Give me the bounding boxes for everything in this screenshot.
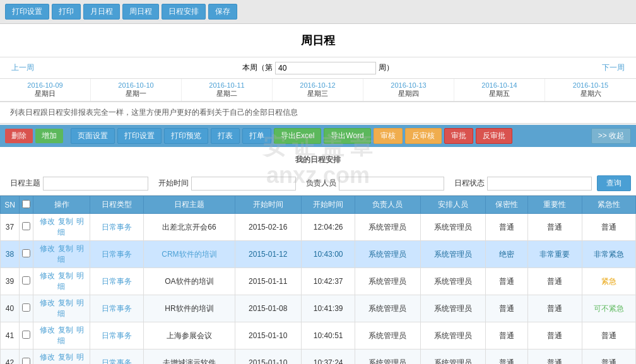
week-day-6-date[interactable]: 2016-10-15 — [546, 81, 635, 89]
op-复制[interactable]: 复制 — [58, 326, 73, 334]
week-day-3: 2016-10-12 星期三 — [273, 79, 363, 101]
row-checkbox[interactable] — [22, 331, 30, 339]
week-day-1-date[interactable]: 2016-10-10 — [92, 81, 180, 89]
add-btn[interactable]: 增加 — [35, 129, 63, 143]
collapse-btn[interactable]: >> 收起 — [591, 128, 631, 144]
toolbar-print[interactable]: 打印 — [52, 4, 81, 20]
row-checkbox[interactable] — [22, 303, 30, 312]
print-preview-btn[interactable]: 打印预览 — [164, 128, 208, 144]
th-responsible: 负责人员 — [355, 196, 420, 214]
toolbar-schedule-arrange[interactable]: 日程安排 — [162, 4, 206, 20]
topic-link[interactable]: CRM软件的培训 — [162, 250, 216, 259]
week-day-0: 2016-10-09 星期日 — [0, 79, 91, 101]
td-checkbox[interactable] — [20, 241, 33, 268]
schedule-table: SN 操作 日程类型 日程主题 开始时间 开始时间 负责人员 安排人员 保密性 … — [0, 196, 636, 364]
week-day-5-date[interactable]: 2016-10-14 — [456, 81, 543, 89]
op-复制[interactable]: 复制 — [58, 298, 73, 307]
left-action-buttons: 删除 增加 — [5, 129, 63, 143]
toolbar-month-schedule[interactable]: 月日程 — [83, 4, 120, 20]
td-sn: 39 — [1, 268, 20, 295]
op-复制[interactable]: 复制 — [58, 353, 73, 361]
week-day-2-weekday: 星期二 — [183, 89, 271, 98]
td-confidential: 普通 — [485, 349, 527, 365]
toolbar-print-setting[interactable]: 打印设置 — [5, 4, 49, 20]
op-修改[interactable]: 修改 — [40, 298, 55, 307]
td-ops: 修改 复制 明细 — [33, 295, 90, 322]
approve-btn[interactable]: 审批 — [444, 128, 473, 144]
td-topic[interactable]: 出差北京开会66 — [144, 214, 235, 241]
op-修改[interactable]: 修改 — [40, 244, 55, 253]
row-checkbox[interactable] — [22, 276, 30, 285]
row-checkbox[interactable] — [22, 358, 30, 364]
week-day-1: 2016-10-10 星期一 — [91, 79, 182, 101]
page-setting-btn[interactable]: 页面设置 — [71, 128, 115, 144]
delete-btn[interactable]: 删除 — [5, 129, 33, 143]
op-复制[interactable]: 复制 — [58, 217, 73, 226]
td-sn: 38 — [1, 241, 20, 268]
td-sn: 40 — [1, 295, 20, 322]
op-修改[interactable]: 修改 — [40, 217, 55, 226]
op-修改[interactable]: 修改 — [40, 271, 55, 280]
op-修改[interactable]: 修改 — [40, 326, 55, 334]
next-week-btn[interactable]: 下一周 — [597, 61, 630, 74]
week-day-6-weekday: 星期六 — [546, 89, 635, 98]
search-bar: 日程主题 开始时间 负责人员 日程状态 查询 — [0, 172, 636, 196]
start-time-input[interactable] — [191, 177, 297, 191]
audit-btn[interactable]: 审核 — [374, 128, 403, 144]
export-excel-btn[interactable]: 导出Excel — [274, 128, 321, 144]
search-btn[interactable]: 查询 — [597, 175, 631, 191]
week-day-0-date[interactable]: 2016-10-09 — [1, 81, 89, 89]
td-topic[interactable]: OA软件的培训 — [144, 268, 235, 295]
td-topic[interactable]: CRM软件的培训 — [144, 241, 235, 268]
td-checkbox[interactable] — [20, 349, 33, 365]
responsible-input[interactable] — [339, 177, 444, 191]
print-setting-btn[interactable]: 打印设置 — [117, 128, 162, 144]
th-arranger: 安排人员 — [420, 196, 485, 214]
td-importance: 普通 — [528, 214, 582, 241]
type-btn[interactable]: 打表 — [211, 128, 240, 144]
td-checkbox[interactable] — [20, 322, 33, 349]
td-confidential: 普通 — [485, 268, 527, 295]
week-days-row: 2016-10-09 星期日 2016-10-10 星期一 2016-10-11… — [0, 79, 636, 102]
op-修改[interactable]: 修改 — [40, 353, 55, 361]
td-checkbox[interactable] — [20, 214, 33, 241]
info-bar: 列表日程跟日程安排报表完全一样，这里方便用户更好的看到关于自己的全部日程信息 — [0, 102, 636, 124]
toolbar-week-schedule[interactable]: 周日程 — [122, 4, 159, 20]
td-date: 2015-02-16 — [235, 214, 301, 241]
week-label-after: 周） — [379, 62, 394, 73]
th-ops: 操作 — [33, 196, 90, 214]
td-importance: 普通 — [528, 322, 582, 349]
week-nav: 上一周 本周（第 周） 下一周 — [0, 57, 636, 79]
week-day-4-date[interactable]: 2016-10-13 — [365, 81, 452, 89]
single-btn[interactable]: 打单 — [242, 128, 271, 144]
select-all-checkbox[interactable] — [22, 200, 30, 208]
week-number-input[interactable] — [275, 62, 376, 74]
td-ops: 修改 复制 明细 — [33, 349, 90, 365]
td-urgency: 普通 — [582, 349, 635, 365]
op-复制[interactable]: 复制 — [58, 271, 73, 280]
td-responsible: 系统管理员 — [355, 214, 420, 241]
unaudit-btn[interactable]: 反审核 — [405, 128, 442, 144]
status-input[interactable] — [487, 177, 592, 191]
start-time-field: 开始时间 — [153, 177, 302, 191]
unapprove-btn[interactable]: 反审批 — [476, 128, 512, 144]
td-topic[interactable]: 上海参展会议 — [144, 322, 235, 349]
prev-week-btn[interactable]: 上一周 — [6, 61, 39, 74]
td-date: 2015-01-10 — [235, 322, 301, 349]
main-toolbar: 打印设置 打印 月日程 周日程 日程安排 保存 — [0, 0, 636, 24]
row-checkbox[interactable] — [22, 249, 30, 257]
td-checkbox[interactable] — [20, 295, 33, 322]
td-topic[interactable]: 去增城演示软件 — [144, 349, 235, 365]
export-word-btn[interactable]: 导出Word — [324, 128, 370, 144]
toolbar-save[interactable]: 保存 — [208, 4, 237, 20]
week-day-5: 2016-10-14 星期五 — [454, 79, 545, 101]
week-day-2-date[interactable]: 2016-10-11 — [183, 81, 271, 89]
td-checkbox[interactable] — [20, 268, 33, 295]
td-topic[interactable]: HR软件的培训 — [144, 295, 235, 322]
week-day-3-date[interactable]: 2016-10-12 — [274, 81, 362, 89]
topic-input[interactable] — [43, 177, 148, 191]
row-checkbox[interactable] — [22, 222, 30, 230]
week-day-1-weekday: 星期一 — [92, 89, 180, 98]
op-复制[interactable]: 复制 — [58, 244, 73, 253]
th-urgency: 紧急性 — [582, 196, 635, 214]
